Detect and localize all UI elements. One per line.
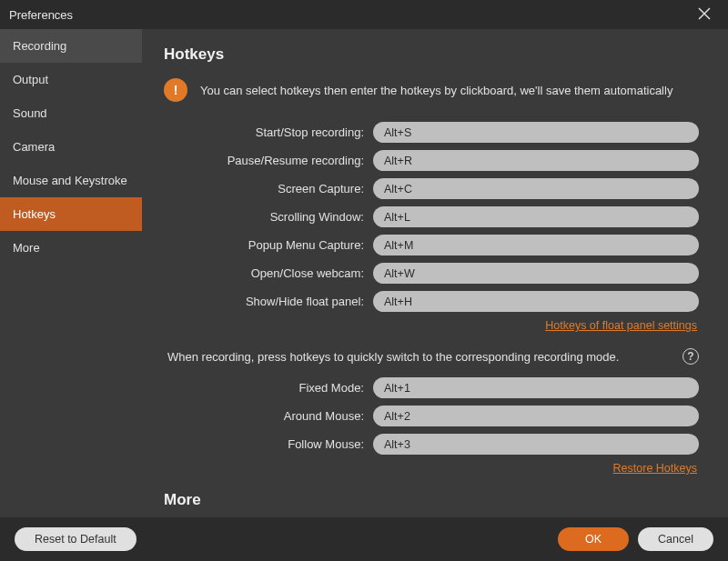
label-around-mouse: Around Mouse:: [164, 409, 373, 423]
hotkey-input-around-mouse[interactable]: [373, 406, 699, 426]
hotkeys-info-text: You can select hotkeys then enter the ho…: [200, 84, 672, 97]
hotkeys-info-row: ! You can select hotkeys then enter the …: [164, 78, 699, 102]
hotkey-input-pause-resume[interactable]: [373, 150, 699, 171]
label-float-panel: Show/Hide float panel:: [164, 295, 373, 308]
titlebar: Preferences: [0, 0, 728, 29]
main-area: Recording Output Sound Camera Mouse and …: [0, 29, 728, 517]
hotkey-input-screen-capture[interactable]: [373, 178, 699, 199]
label-pause-resume: Pause/Resume recording:: [164, 154, 373, 167]
mode-switch-hint: When recording, press hotkeys to quickly…: [167, 350, 675, 364]
label-webcam: Open/Close webcam:: [164, 266, 373, 280]
ok-button[interactable]: OK: [558, 527, 629, 551]
hotkey-input-fixed-mode[interactable]: [373, 377, 699, 398]
hotkey-input-popup-menu[interactable]: [373, 235, 699, 255]
footer: Reset to Default OK Cancel: [0, 517, 728, 561]
sidebar-item-camera[interactable]: Camera: [0, 130, 142, 164]
hotkeys-heading: Hotkeys: [164, 45, 699, 64]
label-start-stop: Start/Stop recording:: [164, 125, 373, 139]
settings-content[interactable]: Hotkeys ! You can select hotkeys then en…: [142, 29, 728, 517]
label-fixed-mode: Fixed Mode:: [164, 381, 373, 395]
sidebar-item-recording[interactable]: Recording: [0, 29, 142, 63]
float-panel-settings-link[interactable]: Hotkeys of float panel settings: [545, 319, 697, 332]
sidebar-item-more[interactable]: More: [0, 231, 142, 265]
label-follow-mouse: Follow Mouse:: [164, 437, 373, 451]
hotkey-input-scrolling-window[interactable]: [373, 206, 699, 227]
hotkey-input-webcam[interactable]: [373, 263, 699, 284]
close-icon[interactable]: [690, 7, 719, 23]
reset-to-default-button[interactable]: Reset to Default: [15, 527, 136, 551]
help-icon[interactable]: ?: [682, 348, 699, 365]
hotkey-input-follow-mouse[interactable]: [373, 434, 699, 455]
hotkey-input-start-stop[interactable]: [373, 122, 699, 143]
hotkey-input-float-panel[interactable]: [373, 291, 699, 312]
cancel-button[interactable]: Cancel: [638, 527, 713, 551]
sidebar-item-output[interactable]: Output: [0, 63, 142, 96]
sidebar-item-sound[interactable]: Sound: [0, 96, 142, 130]
sidebar-item-hotkeys[interactable]: Hotkeys: [0, 197, 142, 231]
sidebar: Recording Output Sound Camera Mouse and …: [0, 29, 142, 517]
label-scrolling-window: Scrolling Window:: [164, 210, 373, 224]
label-popup-menu: Popup Menu Capture:: [164, 238, 373, 252]
info-exclamation-icon: !: [164, 78, 187, 102]
window-title: Preferences: [9, 8, 73, 22]
more-heading: More: [164, 491, 699, 509]
restore-hotkeys-link[interactable]: Restore Hotkeys: [613, 462, 697, 475]
label-screen-capture: Screen Capture:: [164, 182, 373, 195]
sidebar-item-mouse-keystroke[interactable]: Mouse and Keystroke: [0, 164, 142, 197]
